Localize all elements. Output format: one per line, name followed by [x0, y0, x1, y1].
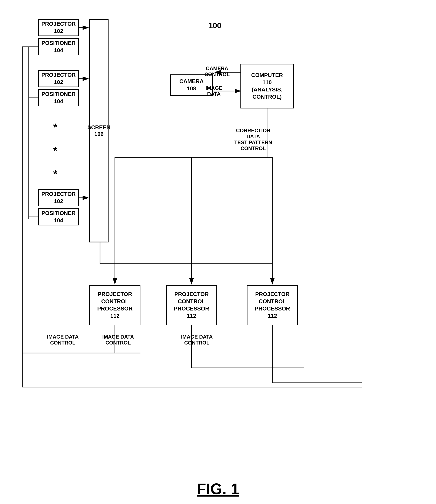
pcp-label-3a: PROJECTOR [255, 291, 289, 298]
projector-box-2: PROJECTOR 102 [38, 70, 79, 87]
pcp-label-3d: 112 [268, 312, 277, 320]
pcp-label-3c: PROCESSOR [255, 305, 290, 312]
image-data-control-label-1: IMAGE DATACONTROL [94, 334, 143, 346]
processor-box-3: PROJECTOR CONTROL PROCESSOR 112 [247, 285, 298, 325]
asterisk-1: * [53, 121, 57, 134]
pcp-label-2d: 112 [187, 312, 196, 320]
positioner-label-3b: 104 [54, 217, 63, 224]
pcp-label-2a: PROJECTOR [174, 291, 209, 298]
processor-box-2: PROJECTOR CONTROL PROCESSOR 112 [166, 285, 217, 325]
computer-label-c: (ANALYSIS, [252, 86, 283, 93]
camera-control-label: CAMERACONTROL [196, 65, 238, 77]
positioner-label-3a: POSITIONER [41, 210, 75, 217]
screen-label-line1: SCREEN [87, 124, 111, 131]
pcp-label-1c: PROCESSOR [97, 305, 133, 312]
projector-label-3b: 102 [54, 198, 63, 205]
diagram-container: 100 SCREEN 106 PROJECTOR 102 POSITIONER … [17, 9, 417, 455]
positioner-label-2a: POSITIONER [41, 90, 75, 98]
screen-label-line2: 106 [94, 131, 103, 137]
image-data-label: IMAGEDATA [197, 85, 231, 97]
figure-label: FIG. 1 [197, 480, 239, 498]
projector-box-1: PROJECTOR 102 [38, 19, 79, 36]
projector-box-3: PROJECTOR 102 [38, 189, 79, 206]
projector-label-2a: PROJECTOR [41, 72, 75, 79]
asterisk-3: * [53, 168, 57, 180]
positioner-label-2b: 104 [54, 98, 63, 105]
projector-label-1a: PROJECTOR [41, 20, 75, 28]
computer-label-b: 110 [262, 79, 271, 86]
correction-data-label: CORRECTIONDATATEST PATTERNCONTROL [226, 128, 281, 151]
positioner-label-1a: POSITIONER [41, 40, 75, 47]
positioner-box-3: POSITIONER 104 [38, 208, 79, 225]
computer-label-a: COMPUTER [251, 72, 283, 79]
reference-number: 100 [209, 21, 221, 30]
pcp-label-1d: 112 [110, 312, 119, 320]
pcp-label-3b: CONTROL [259, 298, 286, 305]
camera-label-b: 108 [187, 85, 196, 92]
processor-box-1: PROJECTOR CONTROL PROCESSOR 112 [89, 285, 140, 325]
pcp-label-2c: PROCESSOR [174, 305, 209, 312]
camera-label-a: CAMERA [179, 78, 204, 85]
pcp-label-2b: CONTROL [178, 298, 205, 305]
projector-label-3a: PROJECTOR [41, 190, 75, 198]
projector-label-2b: 102 [54, 79, 63, 86]
image-data-control-label-2: IMAGE DATACONTROL [172, 334, 221, 346]
positioner-box-2: POSITIONER 104 [38, 89, 79, 106]
screen-box: SCREEN 106 [89, 19, 109, 243]
computer-box: COMPUTER 110 (ANALYSIS, CONTROL) [241, 64, 294, 108]
asterisk-2: * [53, 144, 57, 157]
pcp-label-1b: CONTROL [101, 298, 129, 305]
positioner-label-1b: 104 [54, 47, 63, 54]
projector-label-1b: 102 [54, 28, 63, 35]
pcp-label-1a: PROJECTOR [98, 291, 132, 298]
computer-label-d: CONTROL) [252, 93, 281, 101]
positioner-box-1: POSITIONER 104 [38, 38, 79, 55]
image-data-control-label-0: IMAGE DATACONTROL [38, 334, 87, 346]
